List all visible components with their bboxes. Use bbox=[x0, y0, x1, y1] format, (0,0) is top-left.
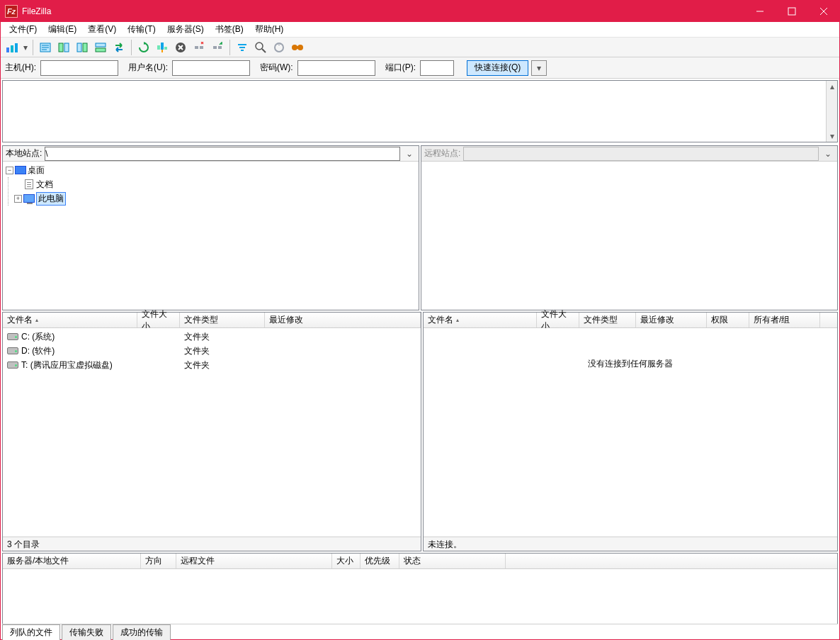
svg-rect-23 bbox=[195, 46, 198, 49]
list-item[interactable]: D: (软件) 文件夹 bbox=[3, 344, 421, 358]
message-log[interactable]: ▴ ▾ bbox=[2, 80, 838, 142]
menu-bookmarks[interactable]: 书签(B) bbox=[210, 22, 249, 37]
tab-queued[interactable]: 列队的文件 bbox=[2, 624, 60, 640]
refresh-button[interactable] bbox=[135, 39, 152, 56]
port-label: 端口(P): bbox=[385, 62, 416, 74]
password-input[interactable] bbox=[297, 60, 375, 76]
menu-server[interactable]: 服务器(S) bbox=[161, 22, 210, 37]
computer-icon bbox=[23, 194, 35, 203]
compare-button[interactable] bbox=[252, 39, 269, 56]
svg-rect-15 bbox=[96, 43, 106, 47]
expand-icon[interactable]: + bbox=[14, 195, 22, 203]
col-filesize[interactable]: 文件大小 bbox=[137, 313, 180, 327]
qcol-server[interactable]: 服务器/本地文件 bbox=[3, 554, 141, 568]
tree-item-documents[interactable]: 文档 bbox=[36, 179, 53, 191]
svg-rect-13 bbox=[77, 43, 81, 52]
local-file-list: 文件名▴ 文件大小 文件类型 最近修改 C: (系统) 文件夹 D: (软件) … bbox=[2, 312, 421, 551]
queue-body[interactable] bbox=[3, 569, 837, 624]
local-status: 3 个目录 bbox=[3, 537, 421, 551]
desktop-icon bbox=[15, 166, 26, 174]
rcol-filetype[interactable]: 文件类型 bbox=[579, 313, 636, 327]
toggle-local-tree-button[interactable] bbox=[55, 39, 72, 56]
qcol-size[interactable]: 大小 bbox=[332, 554, 361, 568]
menu-edit[interactable]: 编辑(E) bbox=[42, 22, 82, 37]
tree-item-this-pc[interactable]: 此电脑 bbox=[36, 192, 66, 206]
svg-rect-14 bbox=[83, 43, 87, 52]
local-list-header: 文件名▴ 文件大小 文件类型 最近修改 bbox=[3, 313, 421, 328]
rcol-permissions[interactable]: 权限 bbox=[707, 313, 749, 327]
tree-item-desktop[interactable]: 桌面 bbox=[28, 164, 45, 176]
rcol-filesize[interactable]: 文件大小 bbox=[537, 313, 579, 327]
local-path-input[interactable] bbox=[45, 147, 400, 161]
collapse-icon[interactable]: − bbox=[6, 167, 13, 174]
close-button[interactable] bbox=[807, 1, 839, 22]
auto-sync-button[interactable] bbox=[271, 39, 288, 56]
rcol-modified[interactable]: 最近修改 bbox=[636, 313, 707, 327]
menu-help[interactable]: 帮助(H) bbox=[249, 22, 290, 37]
local-tree[interactable]: − 桌面 文档 + 此电脑 bbox=[3, 162, 419, 310]
site-manager-dropdown[interactable]: ▾ bbox=[22, 43, 29, 52]
queue-tabs: 列队的文件 传输失败 成功的传输 bbox=[2, 624, 838, 639]
local-path-dropdown[interactable]: ⌄ bbox=[403, 149, 416, 159]
local-site-label: 本地站点: bbox=[6, 147, 42, 159]
document-icon bbox=[25, 179, 33, 189]
log-scrollbar[interactable]: ▴ ▾ bbox=[826, 81, 837, 142]
col-filename[interactable]: 文件名▴ bbox=[3, 313, 137, 327]
tab-success[interactable]: 成功的传输 bbox=[113, 624, 171, 640]
remote-tree bbox=[421, 162, 837, 310]
site-manager-button[interactable] bbox=[4, 39, 21, 56]
qcol-priority[interactable]: 优先级 bbox=[361, 554, 399, 568]
scroll-down-icon[interactable]: ▾ bbox=[827, 130, 837, 142]
host-input[interactable] bbox=[40, 60, 118, 76]
qcol-status[interactable]: 状态 bbox=[399, 554, 506, 568]
app-title: FileZilla bbox=[22, 6, 744, 16]
svg-rect-24 bbox=[200, 46, 203, 49]
qcol-direction[interactable]: 方向 bbox=[141, 554, 176, 568]
svg-rect-19 bbox=[164, 47, 167, 50]
minimize-button[interactable] bbox=[744, 1, 776, 22]
col-modified[interactable]: 最近修改 bbox=[265, 313, 421, 327]
svg-rect-27 bbox=[213, 46, 217, 49]
col-filetype[interactable]: 文件类型 bbox=[180, 313, 265, 327]
qcol-remote[interactable]: 远程文件 bbox=[176, 554, 332, 568]
svg-rect-16 bbox=[96, 48, 106, 52]
toggle-log-button[interactable] bbox=[37, 39, 54, 56]
svg-point-34 bbox=[275, 43, 283, 52]
scroll-up-icon[interactable]: ▴ bbox=[827, 81, 837, 92]
expander-empty bbox=[14, 181, 22, 189]
rcol-owner[interactable]: 所有者/组 bbox=[749, 313, 820, 327]
toggle-queue-button[interactable] bbox=[92, 39, 109, 56]
sync-browse-button[interactable] bbox=[110, 39, 127, 56]
search-button[interactable] bbox=[289, 39, 306, 56]
menu-file[interactable]: 文件(F) bbox=[4, 22, 42, 37]
host-label: 主机(H): bbox=[5, 62, 36, 74]
quick-connect-dropdown[interactable]: ▾ bbox=[531, 60, 547, 76]
cancel-button[interactable] bbox=[172, 39, 189, 56]
list-item[interactable]: T: (腾讯应用宝虚拟磁盘) 文件夹 bbox=[3, 358, 421, 372]
maximize-button[interactable] bbox=[776, 1, 807, 22]
svg-rect-4 bbox=[6, 47, 9, 52]
filter-button[interactable] bbox=[234, 39, 251, 56]
remote-status: 未连接。 bbox=[424, 537, 837, 551]
disconnect-button[interactable] bbox=[191, 39, 208, 56]
menu-view[interactable]: 查看(V) bbox=[82, 22, 122, 37]
rcol-filename[interactable]: 文件名▴ bbox=[424, 313, 537, 327]
drive-icon bbox=[7, 347, 18, 354]
remote-file-list: 文件名▴ 文件大小 文件类型 最近修改 权限 所有者/组 没有连接到任何服务器 … bbox=[423, 312, 838, 551]
tab-failed[interactable]: 传输失败 bbox=[62, 624, 111, 640]
list-item[interactable]: C: (系统) 文件夹 bbox=[3, 330, 421, 344]
process-queue-button[interactable] bbox=[154, 39, 171, 56]
local-list-body[interactable]: C: (系统) 文件夹 D: (软件) 文件夹 T: (腾讯应用宝虚拟磁盘) 文… bbox=[3, 328, 421, 537]
menu-transfer[interactable]: 传输(T) bbox=[122, 22, 161, 37]
svg-line-33 bbox=[262, 49, 266, 52]
svg-rect-28 bbox=[218, 46, 222, 49]
toolbar: ▾ bbox=[1, 38, 839, 57]
drive-icon bbox=[7, 333, 18, 340]
reconnect-button[interactable] bbox=[209, 39, 226, 56]
port-input[interactable] bbox=[420, 60, 454, 76]
svg-rect-17 bbox=[161, 43, 164, 50]
quick-connect-button[interactable]: 快速连接(Q) bbox=[467, 60, 528, 76]
username-input[interactable] bbox=[172, 60, 250, 76]
toggle-remote-tree-button[interactable] bbox=[74, 39, 91, 56]
app-icon: Fz bbox=[5, 5, 18, 18]
